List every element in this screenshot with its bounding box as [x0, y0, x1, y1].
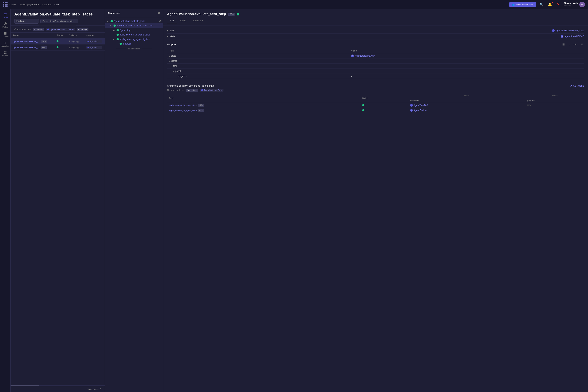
search-button[interactable]: 🔍: [539, 2, 545, 7]
traces-table-container: Trace Status Called ↓ state ▶ AgentEvalu…: [10, 33, 105, 385]
input-task-value: ⊙ AgentTaskDefinition:6Qsbsa: [552, 29, 584, 32]
table-row[interactable]: AgentEvaluation.evaluate_t... 8b83 2 day…: [10, 44, 105, 50]
invite-teammates-button[interactable]: 👥 Invite Teammates: [509, 2, 536, 7]
child-table-row[interactable]: apply_scorers_to_agent_state e27d ⊙ Agen…: [167, 103, 584, 108]
help-button[interactable]: ❓: [555, 2, 561, 7]
col-status: Status: [54, 33, 66, 38]
call-inputs-section: ▶ task ⊙ AgentTaskDefinition:6Qsbsa ▶ st…: [167, 28, 584, 40]
sidebar-item-datasets[interactable]: Datasets: [1, 30, 10, 39]
input-task-row: ▶ task ⊙ AgentTaskDefinition:6Qsbsa: [167, 28, 584, 34]
tree-item-progress[interactable]: ▶ progress: [105, 42, 163, 46]
tree-refresh-button[interactable]: ↺: [159, 20, 161, 22]
input-task-text[interactable]: AgentTaskDefinition:6Qsbsa: [556, 29, 584, 32]
outputs-list-view-button[interactable]: ☰: [561, 42, 566, 46]
cv-link-dot: [47, 28, 49, 30]
chevron-right-icon[interactable]: ▶: [167, 36, 170, 38]
table-row[interactable]: AgentEvaluation.evaluate_t... d874 2 day…: [10, 38, 105, 44]
sidebar-item-models[interactable]: Models: [1, 20, 10, 30]
parent-badge: Parent: AgentEvaluation.evaluate_task (e…: [40, 19, 78, 24]
cv-agent-link[interactable]: AgentEvaluation:YGhH3R: [46, 28, 75, 31]
tab-code[interactable]: Code: [177, 18, 189, 24]
tree-item-agent-step[interactable]: ▶ Agent.step: [105, 28, 163, 32]
status-dot-1: [56, 40, 58, 42]
child-cv-input-state[interactable]: input.state: [186, 89, 198, 92]
svg-rect-7: [4, 52, 5, 52]
main-layout: Traces Models Datasets Operations Object…: [0, 9, 588, 392]
sidebar-item-operations[interactable]: Operations: [1, 40, 10, 49]
child-col-status: Status: [360, 94, 408, 103]
col-called: Called ↓: [66, 33, 84, 38]
output-key-global: global: [175, 70, 181, 72]
sidebar-item-traces[interactable]: Traces: [1, 11, 10, 20]
trace-name-2: AgentEvaluation.evaluate_t...: [13, 46, 40, 49]
input-task-key: task: [170, 29, 552, 32]
nav-right: 👥 Invite Teammates 🔍 🔔 ❓ Shawn Lewis Per…: [509, 2, 585, 7]
sidebar-item-objects[interactable]: Objects: [1, 50, 10, 58]
breadcrumb: shawn › wfchobj-agenteval1 › Weave › cal…: [9, 3, 59, 6]
chevron-down-icon: ▾: [107, 20, 110, 22]
traces-controls: loading... Parent: AgentEvaluation.evalu…: [14, 19, 101, 24]
cv-input-self[interactable]: input.self: [33, 28, 44, 31]
detail-title: AgentEvaluation.evaluate_task_step: [167, 12, 226, 16]
child-scorers-1: AgentTaskDefi...: [414, 104, 430, 106]
tree-item-apply-scorers-2[interactable]: ▾ apply_scorers_to_agent_state: [105, 37, 163, 42]
child-col-group-output: output: [526, 94, 584, 98]
breadcrumb-current: calls: [54, 3, 59, 6]
child-value-icon-2: ⊙: [410, 109, 413, 112]
svg-rect-6: [4, 34, 6, 35]
detail-content: ▶ task ⊙ AgentTaskDefinition:6Qsbsa ▶ st…: [163, 26, 588, 392]
tree-status-2: [113, 24, 116, 27]
tree-item-evaluate-task-step[interactable]: ▾ AgentEvaluation.evaluate_task_step: [105, 24, 163, 28]
input-state-text[interactable]: AgentState:PEIGn6: [565, 35, 584, 38]
child-col-group-inputs: inputs: [408, 94, 526, 98]
output-key-state: state: [171, 54, 176, 57]
trace-name-1: AgentEvaluation.evaluate_t...: [13, 40, 40, 43]
child-table-row[interactable]: apply_scorers_to_agent_state a0d7 ⊙ Agen…: [167, 108, 584, 113]
tab-call[interactable]: Call: [167, 18, 177, 24]
traces-panel: AgentEvaluation.evaluate_task_step Trace…: [10, 9, 105, 392]
child-col-scorers: scorers ▶: [408, 98, 526, 103]
chevron-down-icon[interactable]: ▾: [169, 60, 170, 62]
input-state-row: ▶ state ⊙ AgentState:PEIGn6: [167, 34, 584, 40]
tree-item-apply-scorers-1[interactable]: ▶ apply_scorers_to_agent_state: [105, 32, 163, 37]
agent-tag-1: AgentSta...: [86, 40, 102, 43]
col-state: state ▶: [84, 33, 105, 38]
detail-panel: AgentEvaluation.evaluate_task_step d874 …: [163, 9, 588, 392]
tree-item-evaluate-task[interactable]: ▾ AgentEvaluation.evaluate_task ↺: [105, 19, 163, 24]
chevron-right-icon[interactable]: ▶: [167, 30, 170, 32]
breadcrumb-project[interactable]: wfchobj-agenteval1: [19, 3, 41, 6]
output-val-state[interactable]: AgentState:areOmv: [355, 54, 375, 57]
tree-items: ▾ AgentEvaluation.evaluate_task ↺ ▾ Agen…: [105, 17, 163, 392]
op-select[interactable]: loading...: [14, 19, 39, 24]
outputs-code-button[interactable]: </>: [573, 42, 579, 46]
goto-table-button[interactable]: ↗ Go to table: [570, 84, 584, 87]
notifications-button[interactable]: 🔔: [547, 2, 553, 7]
trace-tree-close-button[interactable]: ✕: [158, 11, 160, 15]
user-info: Shawn Lewis Personal: [564, 2, 578, 7]
breadcrumb-weave[interactable]: Weave: [44, 3, 51, 6]
detail-tabs: Call Code Summary: [167, 18, 584, 24]
chevron-down-icon[interactable]: ▾: [173, 70, 174, 72]
child-cv-agent-link[interactable]: AgentState:areOmv: [200, 89, 224, 92]
tab-summary[interactable]: Summary: [189, 18, 206, 24]
chevron-down-icon: ▾: [110, 25, 113, 27]
chevron-right-icon[interactable]: ▶: [169, 55, 170, 57]
traces-header: AgentEvaluation.evaluate_task_step Trace…: [10, 9, 105, 26]
sidebar: Traces Models Datasets Operations Object…: [0, 9, 10, 392]
cv-input-age[interactable]: input.age: [77, 28, 88, 31]
child-trace-badge-2: a0d7: [198, 109, 204, 112]
outputs-copy-button[interactable]: ⧉: [580, 42, 584, 46]
agent-tag-2: AgentSta...: [86, 46, 102, 49]
breadcrumb-shawn[interactable]: shawn: [9, 3, 16, 6]
child-calls-title: Child calls of apply_scorers_to_agent_st…: [167, 84, 214, 87]
scorers-expand-icon[interactable]: ▶: [417, 100, 419, 102]
tree-item-label-5: apply_scorers_to_agent_state: [119, 38, 161, 40]
app-grid-icon[interactable]: [3, 2, 7, 7]
output-val-progress: 4: [351, 75, 352, 78]
trace-badge-2: 8b83: [41, 46, 47, 49]
outputs-title: Outputs: [167, 43, 176, 46]
avatar[interactable]: SL: [579, 2, 585, 7]
outputs-export-button[interactable]: ↑: [568, 42, 571, 46]
svg-rect-10: [5, 53, 6, 54]
child-status-dot-1: [362, 104, 364, 106]
